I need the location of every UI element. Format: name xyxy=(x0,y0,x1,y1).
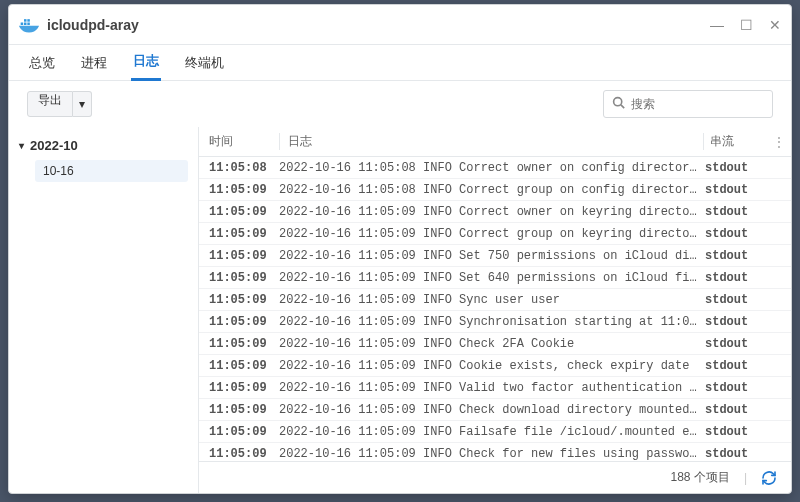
titlebar: icloudpd-aray — ☐ ✕ xyxy=(9,5,791,45)
cell-time: 11:05:09 xyxy=(209,403,279,417)
table-header: 时间 日志 串流 ⋮ xyxy=(199,127,791,157)
table-row[interactable]: 11:05:092022-10-16 11:05:09 INFO Set 750… xyxy=(199,245,791,267)
col-log[interactable]: 日志 xyxy=(279,133,703,150)
cell-stream: stdout xyxy=(705,403,791,417)
window-title: icloudpd-aray xyxy=(47,17,710,33)
tab-terminal[interactable]: 终端机 xyxy=(183,46,226,80)
statusbar: 188 个项目 | xyxy=(199,461,791,493)
search-input[interactable] xyxy=(631,97,764,111)
cell-log: 2022-10-16 11:05:09 INFO Check 2FA Cooki… xyxy=(279,337,705,351)
cell-log: 2022-10-16 11:05:09 INFO Cookie exists, … xyxy=(279,359,705,373)
cell-time: 11:05:09 xyxy=(209,337,279,351)
svg-line-6 xyxy=(621,105,624,108)
cell-log: 2022-10-16 11:05:09 INFO Check download … xyxy=(279,403,705,417)
cell-time: 11:05:09 xyxy=(209,271,279,285)
cell-time: 11:05:09 xyxy=(209,183,279,197)
cell-log: 2022-10-16 11:05:09 INFO Failsafe file /… xyxy=(279,425,705,439)
sidebar-folder[interactable]: ▾ 2022-10 xyxy=(19,135,188,156)
log-panel: 时间 日志 串流 ⋮ 11:05:082022-10-16 11:05:08 I… xyxy=(199,127,791,493)
cell-log: 2022-10-16 11:05:08 INFO Correct owner o… xyxy=(279,161,705,175)
cell-time: 11:05:09 xyxy=(209,315,279,329)
svg-point-5 xyxy=(614,98,622,106)
svg-rect-3 xyxy=(24,19,27,22)
cell-stream: stdout xyxy=(705,381,791,395)
maximize-button[interactable]: ☐ xyxy=(740,18,753,32)
table-row[interactable]: 11:05:092022-10-16 11:05:09 INFO Cookie … xyxy=(199,355,791,377)
search-icon xyxy=(612,95,625,113)
cell-stream: stdout xyxy=(705,249,791,263)
chevron-down-icon: ▾ xyxy=(19,140,24,151)
export-dropdown[interactable]: ▾ xyxy=(73,91,92,117)
cell-time: 11:05:09 xyxy=(209,205,279,219)
cell-stream: stdout xyxy=(705,183,791,197)
table-row[interactable]: 11:05:092022-10-16 11:05:09 INFO Synchro… xyxy=(199,311,791,333)
col-time[interactable]: 时间 xyxy=(209,133,279,150)
cell-stream: stdout xyxy=(705,293,791,307)
table-body[interactable]: 11:05:082022-10-16 11:05:08 INFO Correct… xyxy=(199,157,791,461)
sidebar-folder-label: 2022-10 xyxy=(30,138,78,153)
cell-time: 11:05:09 xyxy=(209,227,279,241)
refresh-button[interactable] xyxy=(761,470,777,486)
cell-stream: stdout xyxy=(705,315,791,329)
cell-stream: stdout xyxy=(705,227,791,241)
cell-log: 2022-10-16 11:05:09 INFO Set 640 permiss… xyxy=(279,271,705,285)
tab-process[interactable]: 进程 xyxy=(79,46,109,80)
table-row[interactable]: 11:05:092022-10-16 11:05:09 INFO Valid t… xyxy=(199,377,791,399)
cell-log: 2022-10-16 11:05:09 INFO Synchronisation… xyxy=(279,315,705,329)
content-body: ▾ 2022-10 10-16 时间 日志 串流 ⋮ 11:05:082022-… xyxy=(9,127,791,493)
sidebar: ▾ 2022-10 10-16 xyxy=(9,127,199,493)
cell-stream: stdout xyxy=(705,425,791,439)
cell-stream: stdout xyxy=(705,205,791,219)
minimize-button[interactable]: — xyxy=(710,18,724,32)
cell-time: 11:05:09 xyxy=(209,425,279,439)
cell-time: 11:05:09 xyxy=(209,359,279,373)
cell-log: 2022-10-16 11:05:09 INFO Check for new f… xyxy=(279,447,705,461)
chevron-down-icon: ▾ xyxy=(79,97,85,111)
svg-rect-4 xyxy=(27,19,30,22)
cell-time: 11:05:09 xyxy=(209,293,279,307)
table-row[interactable]: 11:05:092022-10-16 11:05:09 INFO Failsaf… xyxy=(199,421,791,443)
cell-time: 11:05:09 xyxy=(209,447,279,461)
search-box[interactable] xyxy=(603,90,773,118)
svg-rect-2 xyxy=(27,22,30,25)
tab-overview[interactable]: 总览 xyxy=(27,46,57,80)
table-row[interactable]: 11:05:092022-10-16 11:05:09 INFO Check d… xyxy=(199,399,791,421)
window-controls: — ☐ ✕ xyxy=(710,18,781,32)
table-row[interactable]: 11:05:092022-10-16 11:05:09 INFO Correct… xyxy=(199,201,791,223)
cell-time: 11:05:09 xyxy=(209,381,279,395)
cell-log: 2022-10-16 11:05:08 INFO Correct group o… xyxy=(279,183,705,197)
cell-time: 11:05:08 xyxy=(209,161,279,175)
svg-rect-1 xyxy=(24,22,27,25)
col-menu-icon[interactable]: ⋮ xyxy=(767,135,791,149)
cell-stream: stdout xyxy=(705,161,791,175)
table-row[interactable]: 11:05:092022-10-16 11:05:09 INFO Sync us… xyxy=(199,289,791,311)
divider: | xyxy=(744,471,747,485)
cell-stream: stdout xyxy=(705,271,791,285)
cell-log: 2022-10-16 11:05:09 INFO Correct owner o… xyxy=(279,205,705,219)
cell-stream: stdout xyxy=(705,359,791,373)
cell-log: 2022-10-16 11:05:09 INFO Sync user user xyxy=(279,293,705,307)
col-stream[interactable]: 串流 xyxy=(703,133,767,150)
table-row[interactable]: 11:05:092022-10-16 11:05:09 INFO Check 2… xyxy=(199,333,791,355)
item-count: 188 个项目 xyxy=(671,469,730,486)
cell-time: 11:05:09 xyxy=(209,249,279,263)
cell-log: 2022-10-16 11:05:09 INFO Correct group o… xyxy=(279,227,705,241)
table-row[interactable]: 11:05:092022-10-16 11:05:09 INFO Check f… xyxy=(199,443,791,461)
cell-log: 2022-10-16 11:05:09 INFO Valid two facto… xyxy=(279,381,705,395)
table-row[interactable]: 11:05:092022-10-16 11:05:09 INFO Set 640… xyxy=(199,267,791,289)
table-row[interactable]: 11:05:082022-10-16 11:05:08 INFO Correct… xyxy=(199,157,791,179)
close-button[interactable]: ✕ xyxy=(769,18,781,32)
table-row[interactable]: 11:05:092022-10-16 11:05:08 INFO Correct… xyxy=(199,179,791,201)
app-window: icloudpd-aray — ☐ ✕ 总览 进程 日志 终端机 导出 ▾ xyxy=(8,4,792,494)
svg-rect-0 xyxy=(21,22,24,25)
cell-log: 2022-10-16 11:05:09 INFO Set 750 permiss… xyxy=(279,249,705,263)
export-button-group: 导出 ▾ xyxy=(27,91,92,117)
table-row[interactable]: 11:05:092022-10-16 11:05:09 INFO Correct… xyxy=(199,223,791,245)
cell-stream: stdout xyxy=(705,447,791,461)
export-button[interactable]: 导出 xyxy=(27,91,73,117)
toolbar: 导出 ▾ xyxy=(9,81,791,127)
cell-stream: stdout xyxy=(705,337,791,351)
tab-logs[interactable]: 日志 xyxy=(131,44,161,81)
sidebar-item[interactable]: 10-16 xyxy=(35,160,188,182)
tabbar: 总览 进程 日志 终端机 xyxy=(9,45,791,81)
